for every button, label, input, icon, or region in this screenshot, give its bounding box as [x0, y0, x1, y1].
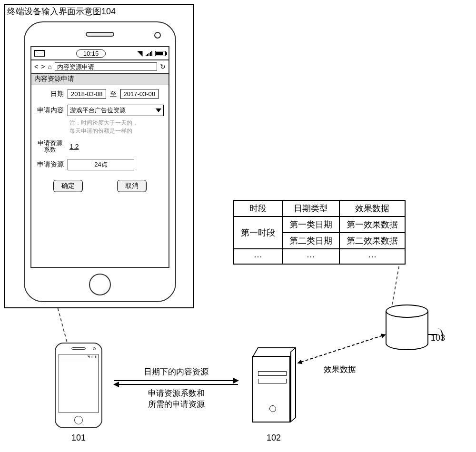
effect-data-table: 时段 日期类型 效果数据 第一时段 第一类日期 第一效果数据 第二类日期 第二效… — [233, 200, 406, 265]
resource-input[interactable]: 24点 — [68, 159, 134, 170]
mail-icon — [34, 50, 45, 57]
td-date-type-2: 第二类日期 — [282, 233, 339, 249]
database-103 — [386, 305, 428, 357]
phone-large: 10:15 ◥ < > ⌂ 内容资源申请 ↻ 内容资源申请 日期 2018-03… — [24, 21, 176, 302]
nav-back-icon[interactable]: < — [34, 63, 38, 70]
td-effect-2: 第二效果数据 — [339, 233, 405, 249]
cancel-button[interactable]: 取消 — [117, 180, 147, 192]
date-to-input[interactable]: 2017-03-08 — [120, 89, 159, 99]
ref-102: 102 — [267, 433, 281, 443]
arrow-left-icon — [114, 384, 238, 385]
content-value: 游戏平台广告位资源 — [70, 106, 126, 115]
arrow-label-bottom-l2: 所需的申请资源 — [114, 399, 238, 410]
status-time: 10:15 — [76, 49, 106, 58]
mini-screen: ◥ ıll ▮ — [59, 354, 99, 413]
ref-103: 103 — [431, 333, 445, 343]
hint-text: 注：时间跨度大于一天的， 每天申请的份额是一样的 — [69, 119, 164, 135]
exchange-arrows: 日期下的内容资源 申请资源系数和 所需的申请资源 — [114, 366, 238, 410]
drive-slot-icon — [258, 379, 287, 383]
th-period: 时段 — [234, 200, 282, 216]
refresh-icon[interactable]: ↻ — [160, 63, 166, 70]
form-area: 日期 2018-03-08 至 2017-03-08 申请内容 游戏平台广告位资… — [31, 85, 169, 196]
ui-mock-frame: 终端设备输入界面示意图104 10:15 ◥ < > ⌂ 内容资源申请 ↻ 内容… — [4, 4, 194, 308]
th-effect: 效果数据 — [339, 200, 405, 216]
content-label: 申请内容 — [36, 106, 64, 115]
battery-icon — [155, 51, 166, 56]
nav-forward-icon[interactable]: > — [41, 63, 45, 70]
phone-device-101: ◥ ıll ▮ — [55, 343, 102, 428]
server-db-link — [301, 335, 383, 363]
content-select[interactable]: 游戏平台广告位资源 — [68, 105, 164, 116]
phone-camera — [154, 32, 161, 39]
signal-icon — [146, 50, 152, 56]
td-period-1: 第一时段 — [234, 216, 282, 249]
drive-slot-icon — [258, 371, 287, 376]
server-db-label: 效果数据 — [324, 364, 356, 375]
date-from-input[interactable]: 2018-03-08 — [68, 89, 106, 99]
power-icon — [269, 405, 276, 412]
mini-signal-icon: ıll — [91, 355, 93, 358]
callout-line-ui-to-phone — [58, 308, 86, 342]
home-button[interactable] — [89, 274, 111, 295]
mini-battery-icon: ▮ — [95, 355, 97, 359]
page-heading: 内容资源申请 — [31, 74, 169, 85]
phone-screen: 10:15 ◥ < > ⌂ 内容资源申请 ↻ 内容资源申请 日期 2018-03… — [30, 46, 169, 268]
coeff-value[interactable]: 1.2 — [68, 143, 80, 150]
coeff-label: 申请资源系数 — [36, 140, 64, 154]
phone-speaker — [86, 32, 114, 37]
resource-label: 申请资源 — [36, 160, 64, 169]
chevron-down-icon — [156, 108, 161, 112]
arrow-right-icon — [114, 380, 238, 381]
ref-101: 101 — [71, 433, 86, 443]
speaker-icon — [71, 347, 86, 350]
arrow-label-bottom-l1: 申请资源系数和 — [114, 388, 238, 399]
address-field[interactable]: 内容资源申请 — [55, 62, 157, 71]
server-102 — [252, 347, 295, 423]
callout-line-table-to-db — [392, 266, 413, 305]
status-bar: 10:15 ◥ — [31, 47, 169, 60]
frame-title: 终端设备输入界面示意图104 — [7, 6, 116, 17]
th-date-type: 日期类型 — [282, 200, 339, 216]
td-dots: ⋯ — [234, 249, 282, 264]
camera-icon — [93, 347, 96, 350]
date-label: 日期 — [36, 90, 64, 98]
arrow-label-top: 日期下的内容资源 — [114, 366, 238, 377]
td-dots: ⋯ — [339, 249, 405, 264]
date-to-word: 至 — [110, 90, 117, 98]
nav-home-icon[interactable]: ⌂ — [48, 63, 51, 70]
browser-nav: < > ⌂ 内容资源申请 ↻ — [31, 60, 169, 74]
td-date-type-1: 第一类日期 — [282, 216, 339, 233]
td-dots: ⋯ — [282, 249, 339, 264]
ok-button[interactable]: 确定 — [53, 180, 83, 192]
td-effect-1: 第一效果数据 — [339, 216, 405, 233]
mini-home-button — [74, 416, 83, 424]
wifi-icon: ◥ — [137, 49, 143, 58]
mini-wifi-icon: ◥ — [87, 355, 89, 359]
